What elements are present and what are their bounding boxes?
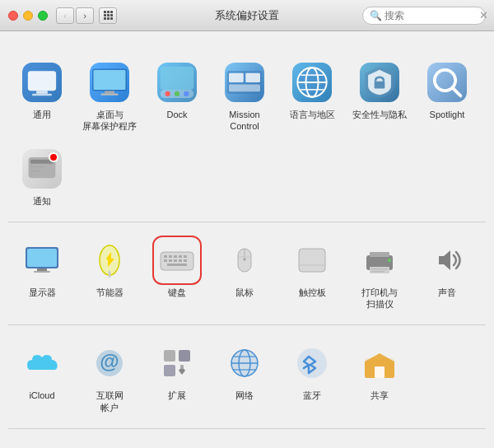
item-internet[interactable]: @ 互联网帐户	[76, 334, 143, 420]
item-label-icloud: iCloud	[29, 390, 54, 401]
svg-rect-56	[370, 252, 389, 257]
item-timemachine[interactable]: Time Machine	[413, 437, 481, 448]
item-label-keyboard: 键盘	[168, 287, 186, 298]
svg-rect-5	[105, 91, 114, 94]
svg-rect-42	[184, 255, 187, 258]
forward-button[interactable]: ›	[76, 7, 94, 24]
titlebar: ‹ › 系统偏好设置 🔍 ✕	[0, 0, 494, 31]
svg-rect-75	[375, 366, 384, 378]
item-extensions[interactable]: 扩展	[143, 334, 211, 420]
item-startup[interactable]: 启动磁盘	[346, 437, 413, 448]
svg-rect-40	[174, 255, 177, 258]
nav-buttons: ‹ ›	[56, 7, 94, 24]
svg-rect-44	[169, 259, 172, 262]
item-label-language: 语言与地区	[290, 109, 335, 120]
item-users[interactable]: 用户与群组	[8, 437, 76, 448]
item-label-extensions: 扩展	[168, 390, 186, 401]
item-mission[interactable]: MissionControl	[211, 53, 278, 139]
svg-rect-46	[179, 259, 182, 262]
svg-rect-4	[94, 70, 126, 90]
section-row3: iCloud @ 互联网帐户 扩展	[8, 325, 486, 429]
close-button[interactable]	[8, 11, 18, 21]
item-label-mouse: 鼠标	[235, 287, 254, 298]
svg-rect-57	[370, 267, 389, 273]
svg-rect-48	[167, 264, 187, 266]
item-security[interactable]: 安全性与隐私	[346, 53, 413, 139]
section-row4: 用户与群组 家长控制 A App S	[8, 429, 486, 448]
item-label-general: 通用	[33, 109, 51, 120]
svg-rect-43	[164, 259, 167, 262]
maximize-button[interactable]	[38, 11, 48, 21]
svg-rect-58	[371, 268, 388, 270]
item-spotlight[interactable]: Spotlight	[413, 53, 481, 139]
item-desktop[interactable]: 桌面与屏幕保护程序	[76, 53, 143, 139]
back-button[interactable]: ‹	[56, 7, 74, 24]
item-label-internet: 互联网帐户	[96, 390, 124, 413]
item-label-printer: 打印机与扫描仪	[361, 287, 398, 310]
svg-rect-31	[37, 268, 47, 271]
item-printer[interactable]: 打印机与扫描仪	[346, 231, 413, 317]
item-label-security: 安全性与隐私	[352, 109, 407, 120]
minimize-button[interactable]	[23, 11, 33, 21]
item-sound[interactable]: 声音	[413, 231, 481, 317]
item-icloud[interactable]: iCloud	[8, 334, 76, 420]
item-label-trackpad: 触控板	[299, 287, 326, 298]
item-notify[interactable]: 通知	[8, 139, 76, 213]
svg-rect-47	[184, 259, 187, 262]
svg-point-11	[184, 91, 189, 96]
item-language[interactable]: 语言与地区	[278, 53, 346, 139]
item-display[interactable]: 显示器	[8, 231, 76, 317]
item-label-bluetooth: 蓝牙	[303, 390, 321, 401]
item-mouse[interactable]: 鼠标	[211, 231, 278, 317]
item-trackpad[interactable]: 触控板	[278, 231, 346, 317]
item-energy[interactable]: 节能器	[76, 231, 143, 317]
svg-rect-66	[180, 365, 184, 369]
item-label-mission: MissionControl	[229, 109, 259, 133]
svg-rect-30	[27, 249, 57, 267]
clear-search-icon[interactable]: ✕	[479, 9, 488, 21]
svg-rect-39	[169, 255, 172, 258]
item-keyboard[interactable]: 键盘	[143, 231, 211, 317]
grid-view-button[interactable]	[99, 7, 117, 24]
window-title: 系统偏好设置	[215, 8, 279, 23]
svg-point-10	[175, 91, 179, 96]
svg-rect-65	[164, 365, 175, 376]
search-icon: 🔍	[370, 10, 382, 21]
svg-rect-38	[164, 255, 167, 258]
item-label-spotlight: Spotlight	[430, 109, 465, 120]
item-label-notify: 通知	[33, 195, 51, 207]
search-box[interactable]: 🔍 ✕	[362, 7, 486, 25]
svg-rect-13	[229, 73, 244, 82]
item-label-sharing: 共享	[370, 390, 389, 401]
svg-rect-7	[161, 67, 193, 90]
content: 通用 桌面与屏幕保护程序	[0, 31, 494, 448]
item-appstore[interactable]: A App Store	[143, 437, 211, 448]
item-parental[interactable]: 家长控制	[76, 437, 143, 448]
item-label-energy: 节能器	[96, 287, 124, 298]
svg-rect-0	[28, 71, 56, 91]
item-dictation[interactable]: 听写与语音	[211, 437, 278, 448]
item-dock[interactable]: Dock	[143, 53, 211, 139]
svg-text:@: @	[100, 350, 119, 372]
item-network[interactable]: 网络	[211, 334, 278, 420]
item-bluetooth[interactable]: 蓝牙	[278, 334, 346, 420]
svg-rect-15	[229, 85, 260, 92]
item-label-desktop: 桌面与屏幕保护程序	[82, 109, 137, 133]
svg-rect-1	[36, 91, 48, 93]
svg-rect-32	[34, 271, 50, 273]
svg-point-60	[388, 259, 391, 262]
svg-rect-6	[101, 94, 119, 96]
svg-point-52	[244, 258, 246, 260]
svg-rect-28	[30, 170, 41, 172]
section-row2: 显示器 节能器	[8, 222, 486, 326]
item-label-dock: Dock	[166, 109, 187, 120]
item-label-network: 网络	[235, 390, 254, 401]
search-input[interactable]	[384, 10, 479, 21]
traffic-lights	[8, 11, 48, 21]
item-general[interactable]: 通用	[8, 53, 76, 139]
item-sharing[interactable]: 共享	[346, 334, 413, 420]
item-datetime[interactable]: 15 日期与时间	[278, 437, 346, 448]
svg-line-24	[452, 87, 460, 96]
svg-rect-59	[371, 271, 384, 273]
svg-rect-22	[375, 82, 385, 89]
